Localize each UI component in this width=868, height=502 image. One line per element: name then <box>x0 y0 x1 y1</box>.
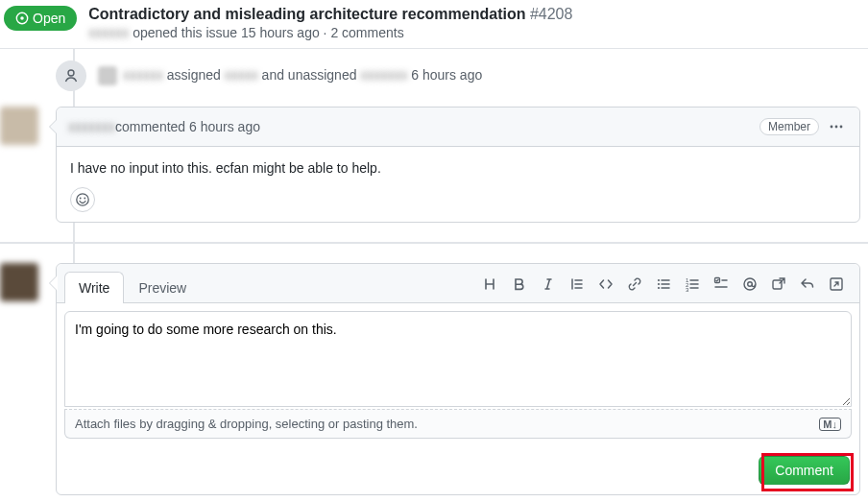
issue-title: Contradictory and misleading architectur… <box>88 6 525 22</box>
svg-text:3: 3 <box>686 287 689 292</box>
bold-icon[interactable] <box>512 276 527 292</box>
comment-header: xxxxxxx commented 6 hours ago Member <box>57 108 859 147</box>
avatar[interactable] <box>0 107 38 145</box>
state-badge: Open <box>4 6 77 31</box>
issue-title-line: Contradictory and misleading architectur… <box>88 6 868 23</box>
role-badge: Member <box>760 118 819 135</box>
comment-actions-menu[interactable] <box>825 115 848 138</box>
issue-open-icon <box>15 12 29 25</box>
assignment-text: xxxxxx assigned xxxxx and unassigned xxx… <box>96 66 482 85</box>
comment-button[interactable]: Comment <box>759 456 850 485</box>
compose-divider <box>0 242 868 244</box>
heading-icon[interactable] <box>483 276 498 292</box>
smiley-icon <box>75 192 90 207</box>
expand-icon[interactable] <box>829 276 844 292</box>
comment-item: xxxxxxx commented 6 hours ago Member I h… <box>56 107 860 223</box>
svg-point-9 <box>658 279 660 281</box>
tab-write[interactable]: Write <box>64 272 124 303</box>
svg-rect-18 <box>773 280 782 289</box>
svg-point-4 <box>835 126 838 129</box>
svg-point-11 <box>658 287 660 289</box>
svg-point-10 <box>658 283 660 285</box>
code-icon[interactable] <box>598 276 614 292</box>
commenter-blurred: xxxxxxx <box>68 119 115 134</box>
cross-reference-icon[interactable] <box>771 276 786 292</box>
issue-header: Open Contradictory and misleading archit… <box>0 0 868 49</box>
avatar-small <box>98 66 117 85</box>
attach-hint[interactable]: Attach files by dragging & dropping, sel… <box>64 409 852 439</box>
reply-icon[interactable] <box>800 276 815 292</box>
compose-tabnav: Write Preview 123 <box>57 264 859 303</box>
markdown-help-icon[interactable]: M↓ <box>819 418 841 431</box>
svg-point-1 <box>20 16 24 20</box>
add-reaction-button[interactable] <box>70 187 95 212</box>
tab-preview[interactable]: Preview <box>124 272 201 303</box>
svg-point-8 <box>84 198 85 200</box>
compose-block: Write Preview 123 <box>56 263 860 495</box>
markdown-toolbar: 123 <box>483 276 852 298</box>
timeline-assignment-event: xxxxxx assigned xxxxx and unassigned xxx… <box>56 49 860 107</box>
quote-icon[interactable] <box>569 276 585 292</box>
avatar[interactable] <box>0 263 38 301</box>
svg-point-7 <box>80 198 82 200</box>
svg-point-3 <box>831 126 833 129</box>
comment-textarea[interactable] <box>64 311 852 407</box>
svg-point-2 <box>68 70 74 76</box>
italic-icon[interactable] <box>541 276 556 292</box>
svg-point-6 <box>77 194 88 205</box>
svg-point-16 <box>744 278 756 290</box>
ordered-list-icon[interactable]: 123 <box>685 276 700 292</box>
svg-point-17 <box>748 282 753 287</box>
comment-body: I have no input into this. ecfan might b… <box>57 147 859 183</box>
tasklist-icon[interactable] <box>713 276 729 292</box>
kebab-icon <box>829 119 844 134</box>
author-blurred: xxxxxx <box>88 25 129 40</box>
mention-icon[interactable] <box>742 276 758 292</box>
issue-subtitle: xxxxxx opened this issue 15 hours ago · … <box>88 25 868 40</box>
state-label: Open <box>33 11 65 26</box>
issue-number: #4208 <box>530 6 573 22</box>
svg-point-5 <box>840 126 843 129</box>
unordered-list-icon[interactable] <box>656 276 671 292</box>
link-icon[interactable] <box>627 276 642 292</box>
person-icon <box>56 60 86 91</box>
